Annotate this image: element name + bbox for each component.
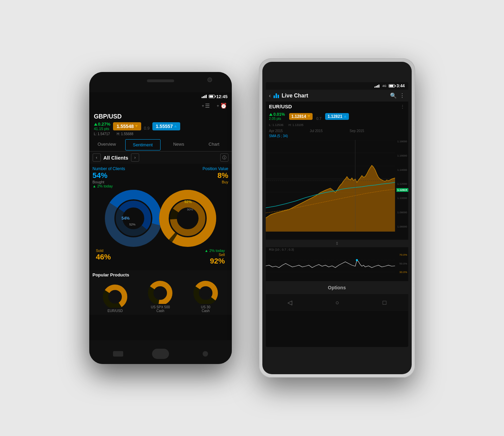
signal-bar-4 xyxy=(206,95,207,98)
nav-back-button[interactable] xyxy=(203,351,208,357)
rsi-label-50: 50.0% xyxy=(399,262,407,265)
signal-bar-1 xyxy=(202,97,203,98)
price-label-7: 1.18000 xyxy=(397,140,407,143)
rsi-area: RSI (10 ; 0.7 ; 0.3) 70.0% xyxy=(266,247,408,281)
eurusd-change: 0.01% 2.05 pts xyxy=(269,112,285,121)
price-label-3: 1.10000 xyxy=(397,197,407,200)
alarm-icon[interactable]: + ⏰ xyxy=(217,103,227,109)
separator-icon: ⇕ xyxy=(335,241,339,246)
sold-section: Sold 46% ▲ 2% today Sell 92% xyxy=(93,247,228,268)
instrument-header-left: GBP/USD 0.27% 41.15 pts 1.55548 0.9 xyxy=(89,111,232,139)
rsi-label: RSI (10 ; 0.7 ; 0.3) xyxy=(266,247,408,252)
tab-news[interactable]: News xyxy=(161,139,197,151)
tabs-bar-left: Overview Sentiment News Chart xyxy=(89,139,232,151)
rsi-svg xyxy=(266,253,408,279)
right-phone-inner: 4G 3:44 ‹ Live Chart 🔍 ⋮ xyxy=(262,62,412,374)
clients-nav: ‹ All Clients › xyxy=(93,153,139,162)
sentiment-labels-row: Number of Clients 54% Bought ▲ 2% today … xyxy=(93,166,228,188)
status-bar-left: 12:45 xyxy=(89,92,232,101)
tab-sentiment[interactable]: Sentiment xyxy=(125,139,161,150)
price-change-left: 0.27% 41.15 pts xyxy=(94,122,111,131)
signal-bar-2 xyxy=(203,96,204,98)
back-button-right[interactable]: ‹ xyxy=(269,93,271,99)
options-button[interactable]: Options xyxy=(328,285,346,290)
price-label-2: 1.08000 xyxy=(397,211,407,214)
price-label-1: 1.06000 xyxy=(397,225,407,228)
clients-label: Number of Clients xyxy=(93,166,161,171)
sell-price-badge[interactable]: 1.55548 xyxy=(113,122,141,130)
position-value-label: Position Value xyxy=(161,166,228,171)
network-badge: 4G xyxy=(382,84,386,88)
clients-header: ‹ All Clients › ⓘ xyxy=(89,151,232,164)
product-eurusd[interactable]: EUR/USD xyxy=(101,284,129,313)
chart-area[interactable]: Apr 2015 Jul 2015 Sep 2015 SMA (5 ; 34) xyxy=(266,128,408,240)
buy-price-badge[interactable]: 1.55557 xyxy=(152,122,181,130)
bottom-nav-right: ◁ ○ □ xyxy=(266,294,408,311)
signal-r1 xyxy=(374,87,375,88)
nav-back-right[interactable]: ◁ xyxy=(287,299,292,306)
eurusd-mini-donut xyxy=(101,284,129,308)
change-pct-left: 0.27% xyxy=(94,122,111,127)
eurusd-more-btn[interactable]: ⋮ xyxy=(400,104,405,109)
svg-text:52%: 52% xyxy=(129,223,135,226)
signal-r4 xyxy=(378,85,379,88)
svg-text:90%: 90% xyxy=(187,208,193,211)
svg-point-20 xyxy=(201,288,210,298)
price-label-4: 1.12000 xyxy=(397,182,407,185)
battery-icon-right xyxy=(389,84,395,88)
nav-home-right[interactable]: ○ xyxy=(336,299,339,306)
product-us30[interactable]: US 30Cash xyxy=(192,280,219,313)
phone-right: 4G 3:44 ‹ Live Chart 🔍 ⋮ xyxy=(259,58,415,378)
sell-label: Sell xyxy=(205,253,225,257)
sold-pct: 46% xyxy=(96,253,111,261)
prev-client-button[interactable]: ‹ xyxy=(93,153,101,162)
more-button-right[interactable]: ⋮ xyxy=(399,92,405,99)
current-price-badge: 1.12815 xyxy=(396,188,408,192)
product-spx500[interactable]: US SPX 500Cash xyxy=(147,280,174,313)
bars-icon xyxy=(274,93,279,98)
eurusd-name: EUR/USD xyxy=(269,104,292,109)
position-value-section: Position Value 8% Buy xyxy=(161,166,228,184)
sell-today: ▲ 2% today xyxy=(205,249,225,253)
bought-pct: 54% xyxy=(93,171,161,180)
rsi-label-30: 30.0% xyxy=(399,271,407,274)
signal-icons xyxy=(202,95,207,98)
home-button[interactable] xyxy=(152,349,169,359)
next-client-button[interactable]: › xyxy=(131,153,139,162)
high-price-left: H: 1.55688 xyxy=(117,132,133,136)
add-list-icon[interactable]: + ☰ xyxy=(202,103,210,109)
product-label-spx500: US SPX 500Cash xyxy=(151,305,170,313)
info-button[interactable]: ⓘ xyxy=(220,153,228,162)
us30-mini-donut xyxy=(192,280,219,304)
popular-products-list: EUR/USD US SPX 500Cash xyxy=(93,280,228,313)
instrument-name-left: GBP/USD xyxy=(94,113,227,120)
phones-container: 12:45 + ☰ + ⏰ GBP/USD xyxy=(89,58,415,378)
sell-pct: 92% xyxy=(205,257,225,266)
rsi-separator[interactable]: ⇕ xyxy=(266,240,408,247)
options-bar: Options xyxy=(266,281,408,294)
nav-recent-button[interactable] xyxy=(113,351,123,357)
up-arrow-left xyxy=(94,123,97,126)
eurusd-buy-badge[interactable]: 1.12821 xyxy=(325,113,349,120)
chart-date-labels: Apr 2015 Jul 2015 Sep 2015 xyxy=(266,128,408,133)
tab-overview[interactable]: Overview xyxy=(89,139,125,151)
eurusd-high: H: 1.13105 xyxy=(288,123,303,127)
live-chart-title: Live Chart xyxy=(282,93,387,99)
spread-left: 0.9 xyxy=(144,126,150,131)
bar-2 xyxy=(276,93,277,98)
donut-area: 54% 52% 92% 90% xyxy=(93,186,228,247)
eurusd-change-pct: 0.01% xyxy=(274,112,285,117)
speaker-top xyxy=(147,79,174,82)
search-button-right[interactable]: 🔍 xyxy=(390,92,397,99)
status-time-right: 3:44 xyxy=(396,84,405,88)
product-label-us30: US 30Cash xyxy=(201,305,210,313)
eurusd-sell-badge[interactable]: 1.12814 xyxy=(289,113,313,120)
product-label-eurusd: EUR/USD xyxy=(108,309,123,313)
camera xyxy=(208,78,211,81)
eurusd-low: L: 1.12536 xyxy=(269,123,284,127)
buy-pct: 8% xyxy=(161,171,228,180)
tab-chart[interactable]: Chart xyxy=(197,139,232,151)
popular-title: Popular Products xyxy=(93,272,228,277)
price-row-left: 0.27% 41.15 pts 1.55548 0.9 1.55557 xyxy=(94,122,227,131)
nav-recent-right[interactable]: □ xyxy=(383,299,387,306)
